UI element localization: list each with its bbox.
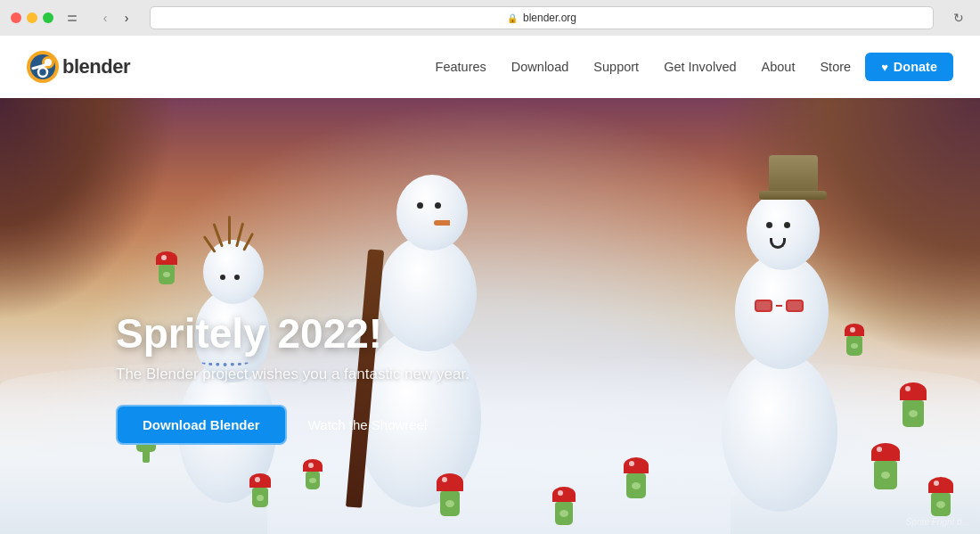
mushroom-dot-5 xyxy=(558,490,563,496)
traffic-lights xyxy=(11,12,53,23)
mushroom-sprite-7 xyxy=(871,443,900,489)
nav-link-store[interactable]: Store xyxy=(820,60,851,74)
mushroom-dot-10 xyxy=(161,255,167,260)
minimize-button[interactable] xyxy=(27,12,37,23)
sprite-face-3 xyxy=(309,478,316,483)
glass-bridge xyxy=(776,305,782,307)
sprite-face-7 xyxy=(881,472,890,479)
sprite-face-10 xyxy=(163,272,170,277)
bucket-hat xyxy=(759,155,827,200)
showreel-link[interactable]: Watch the Showreel xyxy=(308,417,428,432)
url-text: blender.org xyxy=(523,12,576,24)
sprite-body-4 xyxy=(440,491,460,516)
hero-section: Spritely 2022! The Blender project wishe… xyxy=(0,98,980,534)
snowman-1-eye-left xyxy=(417,202,423,209)
sprite-face-2 xyxy=(257,495,264,501)
mushroom-dot-9 xyxy=(905,386,911,391)
sprite-body-7 xyxy=(874,461,897,489)
hat-brim xyxy=(759,191,827,200)
nav-item-support[interactable]: Support xyxy=(593,59,639,75)
maximize-button[interactable] xyxy=(43,12,53,23)
snowman-3-eye-right xyxy=(784,222,790,228)
glass-lens-right xyxy=(786,300,804,312)
mushroom-sprite-5 xyxy=(552,487,576,525)
sprite-face-4 xyxy=(445,500,454,507)
nav-item-store[interactable]: Store xyxy=(820,59,851,75)
mushroom-sprite-4 xyxy=(437,473,463,516)
forward-button[interactable]: › xyxy=(118,9,135,27)
nav-link-get-involved[interactable]: Get Involved xyxy=(664,60,736,74)
sprite-body-3 xyxy=(306,472,320,489)
glass-lens-left xyxy=(755,300,772,312)
nav-item-get-involved[interactable]: Get Involved xyxy=(664,59,736,75)
mushroom-cap-11 xyxy=(845,324,864,336)
sprite-face-5 xyxy=(559,510,568,517)
nav-link-about[interactable]: About xyxy=(762,60,796,74)
back-arrow-icon: ‹ xyxy=(103,11,108,25)
sprite-body-11 xyxy=(846,336,862,356)
snowman-2-eye-right xyxy=(234,275,240,280)
sprite-face-8 xyxy=(936,501,945,508)
mushroom-cap-2 xyxy=(249,473,271,488)
sprite-body-2 xyxy=(252,488,268,507)
snowman-1-nose xyxy=(434,220,450,226)
donate-label: Donate xyxy=(894,60,937,74)
mushroom-dot-4 xyxy=(442,477,447,482)
mushroom-sprite-8 xyxy=(928,477,953,516)
nav-item-about[interactable]: About xyxy=(762,59,796,75)
mushroom-sprite-9 xyxy=(900,382,927,427)
browser-titlebar: ‹ › 🔒 blender.org ↻ xyxy=(0,0,980,36)
mushroom-dot-6 xyxy=(629,461,634,466)
hair-stick-2 xyxy=(228,216,231,244)
sprite-face-6 xyxy=(632,482,641,489)
back-button[interactable]: ‹ xyxy=(96,9,114,27)
mushroom-dot-7 xyxy=(877,447,882,452)
website-content: blender Features Download Support Get In… xyxy=(0,36,980,534)
nav-links: Features Download Support Get Involved A… xyxy=(436,59,852,75)
nav-item-download[interactable]: Download xyxy=(511,59,569,75)
snowman-1-head xyxy=(396,175,468,251)
sidebar-toggle-button[interactable] xyxy=(68,11,82,25)
sprite-face-11 xyxy=(851,343,858,349)
mushroom-dot-11 xyxy=(850,327,855,333)
donate-button[interactable]: ♥ Donate xyxy=(865,53,953,81)
mushroom-sprite-10 xyxy=(156,251,177,284)
nav-arrows: ‹ › xyxy=(96,9,135,27)
close-button[interactable] xyxy=(11,12,21,23)
heart-icon: ♥ xyxy=(881,61,888,74)
mushroom-dot-2 xyxy=(255,477,260,482)
logo[interactable]: blender xyxy=(27,51,130,83)
mushroom-sprite-3 xyxy=(303,459,323,489)
download-blender-button[interactable]: Download Blender xyxy=(116,405,287,445)
mushroom-cap-9 xyxy=(900,382,927,400)
sprite-body-6 xyxy=(626,473,646,498)
hat-top xyxy=(769,155,818,191)
mushroom-sprite-2 xyxy=(249,473,271,507)
nav-link-download[interactable]: Download xyxy=(511,60,569,74)
site-nav: blender Features Download Support Get In… xyxy=(0,36,980,98)
sprite-legs-1 xyxy=(143,450,150,463)
snowman-1-eye-right xyxy=(435,202,441,209)
sprite-face-9 xyxy=(909,410,918,417)
snowman-3-head xyxy=(747,192,820,270)
forward-arrow-icon: › xyxy=(125,11,129,25)
mushroom-dot-3 xyxy=(308,463,314,468)
nav-link-features[interactable]: Features xyxy=(436,60,486,74)
mushroom-cap-3 xyxy=(303,459,323,472)
hero-subtitle: The Blender project wishes you a fantast… xyxy=(116,366,470,383)
mushroom-cap-4 xyxy=(437,473,463,491)
mushroom-cap-7 xyxy=(871,443,900,461)
logo-text: blender xyxy=(62,55,130,78)
blender-logo-icon xyxy=(27,51,59,83)
reload-icon: ↻ xyxy=(953,11,964,25)
lock-icon: 🔒 xyxy=(507,13,518,23)
snowman-2-eye-left xyxy=(220,275,225,280)
reload-button[interactable]: ↻ xyxy=(948,7,969,29)
nav-link-support[interactable]: Support xyxy=(593,60,639,74)
mushroom-sprite-6 xyxy=(624,457,649,498)
nav-item-features[interactable]: Features xyxy=(436,59,486,75)
sprite-body-8 xyxy=(931,493,951,516)
mushroom-dot-8 xyxy=(934,481,939,486)
address-bar[interactable]: 🔒 blender.org xyxy=(150,6,934,29)
snowman-3-bottom xyxy=(722,351,837,512)
